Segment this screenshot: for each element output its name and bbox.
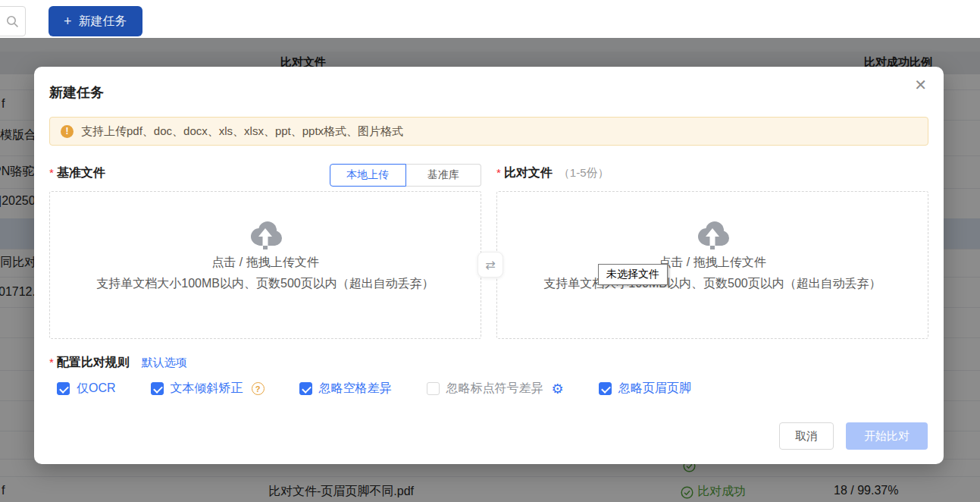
help-icon[interactable]: ? xyxy=(252,382,265,395)
start-compare-button[interactable]: 开始比对 xyxy=(846,422,928,450)
compare-file-label: * 比对文件 （1-5份） xyxy=(496,165,609,181)
punctuation-settings-icon[interactable]: ⚙ xyxy=(552,382,564,396)
rule-checkbox-ignore-spaces[interactable]: 忽略空格差异 xyxy=(299,381,392,397)
rule-checkbox-ignore-punctuation[interactable]: 忽略标点符号差异 ⚙ xyxy=(427,381,564,397)
required-mark: * xyxy=(49,166,54,179)
swap-icon: ⇄ xyxy=(485,258,495,272)
checkbox xyxy=(599,382,612,395)
new-task-button[interactable]: + 新建任务 xyxy=(49,6,142,36)
tab-local-upload[interactable]: 本地上传 xyxy=(330,164,406,187)
checkbox xyxy=(151,382,164,395)
dialog-footer: 取消 开始比对 xyxy=(779,422,928,450)
tab-base-library[interactable]: 基准库 xyxy=(406,164,482,187)
rule-label: 忽略标点符号差异 xyxy=(446,381,543,397)
checkbox xyxy=(299,382,312,395)
base-file-label: * 基准文件 xyxy=(49,165,105,181)
dropzone-instruction: 点击 / 拖拽上传文件 xyxy=(211,255,318,271)
dropzone-limits: 支持单文档大小100MB以内、页数500页以内（超出自动丢弃） xyxy=(96,276,434,292)
upload-cloud-icon xyxy=(695,221,730,249)
default-options-link[interactable]: 默认选项 xyxy=(142,356,187,370)
toolbar: + 新建任务 xyxy=(0,0,980,38)
rule-label: 忽略页眉页脚 xyxy=(618,381,691,397)
required-mark: * xyxy=(49,356,54,369)
rules-label: 配置比对规则 xyxy=(57,355,130,371)
dropzone-instruction: 点击 / 拖拽上传文件 xyxy=(659,255,766,271)
checkbox xyxy=(427,382,440,395)
compare-file-label-text: 比对文件 xyxy=(504,165,553,181)
rule-checkbox-ignore-header-footer[interactable]: 忽略页眉页脚 xyxy=(599,381,691,397)
rule-checkbox-skew-correction[interactable]: 文本倾斜矫正 ? xyxy=(151,381,265,397)
compare-file-count-hint: （1-5份） xyxy=(559,166,609,180)
upload-cloud-icon xyxy=(248,221,283,249)
plus-icon: + xyxy=(64,14,72,28)
rule-label: 文本倾斜矫正 xyxy=(171,381,243,397)
cancel-button[interactable]: 取消 xyxy=(779,422,834,450)
rule-checkbox-ocr-only[interactable]: 仅OCR xyxy=(57,381,116,397)
dialog-title: 新建任务 xyxy=(49,83,104,102)
required-mark: * xyxy=(496,166,501,179)
swap-files-button[interactable]: ⇄ xyxy=(477,252,503,278)
format-alert: ! 支持上传pdf、doc、docx、xls、xlsx、ppt、pptx格式、图… xyxy=(49,117,928,146)
base-file-label-text: 基准文件 xyxy=(57,165,105,181)
warning-icon: ! xyxy=(61,125,74,138)
checkbox xyxy=(57,382,70,395)
rule-label: 仅OCR xyxy=(77,381,116,397)
new-task-button-label: 新建任务 xyxy=(79,14,127,30)
base-file-dropzone[interactable]: 点击 / 拖拽上传文件 支持单文档大小100MB以内、页数500页以内（超出自动… xyxy=(49,191,481,339)
rule-label: 忽略空格差异 xyxy=(319,381,392,397)
search-icon xyxy=(6,15,19,28)
no-file-selected-tooltip: 未选择文件 xyxy=(598,264,668,285)
rules-header: * 配置比对规则 默认选项 xyxy=(49,355,187,371)
rules-row: 仅OCR 文本倾斜矫正 ? 忽略空格差异 忽略标点符号差异 ⚙ 忽略页眉页脚 xyxy=(57,381,691,397)
compare-file-dropzone[interactable]: 点击 / 拖拽上传文件 支持单文档大小100MB以内、页数500页以内（超出自动… xyxy=(496,191,928,339)
dropzone-limits: 支持单文档大小100MB以内、页数500页以内（超出自动丢弃） xyxy=(543,276,881,292)
search-box[interactable] xyxy=(0,6,26,36)
new-task-dialog: 新建任务 ✕ ! 支持上传pdf、doc、docx、xls、xlsx、ppt、p… xyxy=(34,67,944,464)
upload-source-tabs: 本地上传 基准库 xyxy=(330,164,481,187)
close-icon[interactable]: ✕ xyxy=(914,77,927,93)
alert-text: 支持上传pdf、doc、docx、xls、xlsx、ppt、pptx格式、图片格… xyxy=(81,124,403,139)
